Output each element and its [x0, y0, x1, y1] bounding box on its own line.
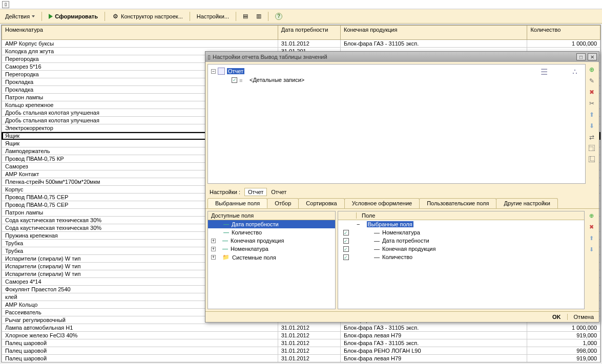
add-field-button[interactable]: ⊕	[587, 211, 596, 220]
structure-icon-2[interactable]: ⛬	[570, 67, 580, 77]
cell-qty[interactable]: 998,000	[527, 347, 600, 355]
checkbox[interactable]: ✓	[343, 246, 349, 252]
tab-2[interactable]: Сортировка	[298, 198, 344, 208]
header-qty[interactable]: Количество	[527, 26, 600, 40]
cut-button[interactable]: ✂	[587, 99, 596, 108]
checkbox[interactable]: ✓	[343, 254, 349, 260]
checkbox[interactable]: ✓	[232, 77, 237, 83]
move-up-button[interactable]: ⬆	[587, 110, 596, 119]
help-icon: ?	[275, 13, 282, 20]
tool-a-button[interactable]: ⇄	[587, 133, 596, 142]
cell-qty[interactable]: 1 000,000	[527, 40, 600, 48]
crumb-report-2[interactable]: Отчет	[271, 189, 286, 195]
header-date[interactable]: Дата потребности	[278, 26, 340, 40]
cell-date[interactable]: 31.01.2012	[278, 347, 340, 355]
cell-qty[interactable]: 919,000	[527, 332, 600, 339]
cell-product[interactable]: Блок-фара ГАЗ - 31105 эксп.	[340, 339, 527, 347]
settings-button[interactable]: Настройки...	[194, 12, 232, 20]
cell-date[interactable]: 31.01.2012	[278, 324, 340, 332]
cell-nomenclature[interactable]: Палец шаровой	[2, 339, 278, 347]
tree-root-label[interactable]: Отчет	[227, 68, 244, 74]
cell-nomenclature[interactable]: Палец шаровой	[2, 347, 278, 355]
cell-product[interactable]: Блок-фара РЕНО ЛОГАН L90	[340, 347, 527, 355]
available-fields-pane: Доступные поля —Дата потребности —Количе…	[207, 211, 336, 309]
cell-date[interactable]: 31.01.2012	[278, 332, 340, 339]
tool-icon-1[interactable]: ▤	[240, 12, 251, 20]
tab-4[interactable]: Пользовательские поля	[419, 198, 496, 208]
report-tree[interactable]: − Отчет ✓ <Детальные записи> ☰ ⛬	[207, 64, 586, 184]
field-icon: —	[222, 238, 228, 244]
expand-icon[interactable]: +	[211, 239, 216, 243]
cell-date[interactable]: 31.01.2012	[278, 40, 340, 48]
delete-field-button[interactable]: ✖	[587, 222, 596, 231]
cell-product[interactable]: Блок-фара ГАЗ - 31105 эксп.	[340, 324, 527, 332]
table-row[interactable]: Палец шаровой31.01.2012Блок-фара левая H…	[2, 355, 600, 362]
actions-menu[interactable]: Действия	[2, 12, 38, 20]
available-field[interactable]: + —Номенклатура	[208, 245, 335, 253]
cell-date[interactable]: 31.01.2012	[278, 339, 340, 347]
tree-detail-label[interactable]: <Детальные записи>	[250, 77, 304, 83]
checkbox[interactable]: ✓	[343, 230, 349, 235]
form-button[interactable]: Сформировать	[46, 12, 101, 20]
ok-button[interactable]: OK	[552, 314, 561, 320]
available-field[interactable]: —Количество	[208, 228, 335, 237]
collapse-icon[interactable]: −	[211, 69, 216, 74]
table-row[interactable]: Палец шаровой31.01.2012Блок-фара РЕНО ЛО…	[2, 347, 600, 355]
cell-qty[interactable]: 1 000,000	[527, 324, 600, 332]
cell-nomenclature[interactable]: AMP Корпус буксы	[2, 40, 278, 48]
cell-date[interactable]: 31.01.2012	[278, 355, 340, 362]
tool-icon-2[interactable]: ▥	[253, 12, 264, 20]
cell-qty[interactable]: 919,000	[527, 355, 600, 362]
tab-0[interactable]: Выбранные поля	[207, 198, 267, 208]
table-row[interactable]: AMP Корпус буксы31.01.2012Блок-фара ГАЗ …	[2, 40, 600, 48]
tool-b-button[interactable]: ⿹	[587, 144, 596, 153]
tab-1[interactable]: Отбор	[267, 198, 299, 208]
header-nomenclature[interactable]: Номенклатура	[2, 26, 278, 40]
settings-label: Настройки...	[197, 13, 229, 19]
checkbox[interactable]: ✓	[343, 238, 349, 244]
tab-5[interactable]: Другие настройки	[496, 198, 557, 208]
cell-nomenclature[interactable]: Хлорное железо FeCl3 40%	[2, 332, 278, 339]
maximize-button[interactable]: □	[576, 53, 586, 60]
field-icon: —	[223, 221, 229, 227]
table-row[interactable]: Палец шаровой31.01.2012Блок-фара ГАЗ - 3…	[2, 339, 600, 347]
move-field-down-button[interactable]: ⬇	[587, 245, 596, 254]
available-field[interactable]: + —Конечная продукция	[208, 237, 335, 245]
dialog-titlebar[interactable]: ▯ Настройки отчета Вывод таблицы значени…	[205, 52, 599, 62]
tool-c-button[interactable]: ⿺	[587, 155, 596, 164]
cell-nomenclature[interactable]: Лампа автомобильная H1	[2, 324, 278, 332]
header-product[interactable]: Конечная продукция	[340, 26, 527, 40]
chevron-down-icon	[32, 15, 35, 17]
selected-root[interactable]: − Выбранные поля	[338, 220, 584, 228]
cell-product[interactable]: Блок-фара левая H79	[340, 355, 527, 362]
add-button[interactable]: ⊕	[587, 65, 596, 74]
expand-icon[interactable]: +	[211, 247, 216, 251]
move-down-button[interactable]: ⬇	[587, 121, 596, 131]
cell-product[interactable]: Блок-фара ГАЗ - 31105 эксп.	[340, 40, 527, 48]
cell-nomenclature[interactable]: Палец шаровой	[2, 355, 278, 362]
help-button[interactable]: ?	[272, 12, 285, 21]
selected-field[interactable]: ✓—Конечная продукция	[338, 245, 584, 253]
available-field[interactable]: + 📁Системные поля	[208, 253, 335, 262]
table-row[interactable]: Лампа автомобильная H131.01.2012Блок-фар…	[2, 324, 600, 332]
selected-field[interactable]: ✓—Дата потребности	[338, 237, 584, 245]
constructor-button[interactable]: ⚙ Конструктор настроек...	[109, 12, 186, 21]
selected-field[interactable]: ✓—Номенклатура	[338, 228, 584, 237]
cell-product[interactable]: Блок-фара левая H79	[340, 332, 527, 339]
close-button[interactable]: ✕	[588, 53, 597, 60]
collapse-icon[interactable]: −	[357, 221, 360, 227]
edit-button[interactable]: ✎	[587, 76, 596, 85]
delete-button[interactable]: ✖	[587, 88, 596, 97]
table-row[interactable]: Хлорное железо FeCl3 40%31.01.2012Блок-ф…	[2, 332, 600, 339]
available-field[interactable]: —Дата потребности	[208, 220, 335, 228]
tab-3[interactable]: Условное оформление	[344, 198, 420, 208]
selected-field[interactable]: ✓—Количество	[338, 253, 584, 261]
move-field-up-button[interactable]: ⬆	[587, 233, 596, 243]
expand-icon[interactable]: +	[211, 255, 216, 260]
cancel-button[interactable]: Отмена	[574, 314, 594, 320]
app-icon: ▯	[2, 1, 9, 8]
field-label: Количество	[232, 229, 262, 235]
structure-icon-1[interactable]: ☰	[539, 67, 549, 77]
cell-qty[interactable]: 1,000	[527, 339, 600, 347]
crumb-report-1[interactable]: Отчет	[244, 188, 267, 196]
